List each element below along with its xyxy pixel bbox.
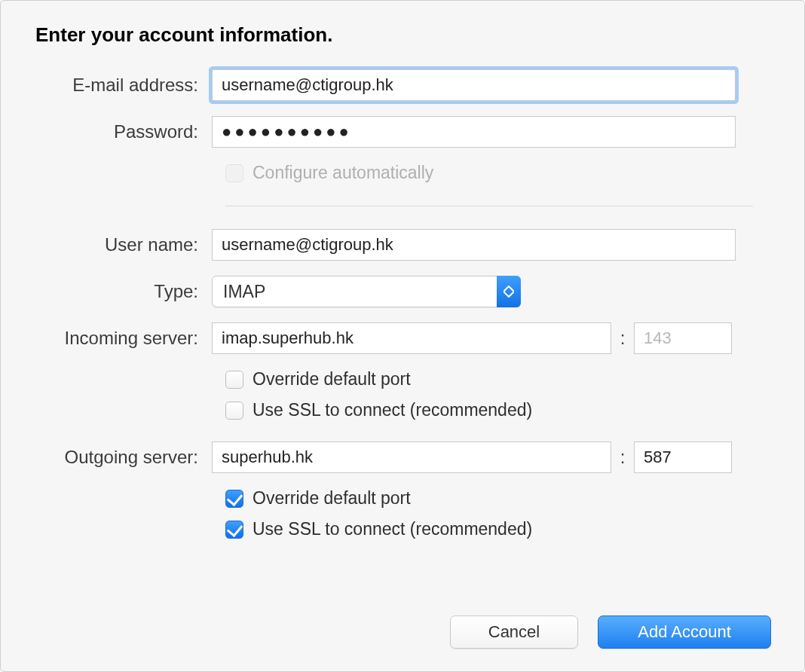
row-incoming-ssl: Use SSL to connect (recommended) bbox=[225, 400, 774, 420]
dialog-title: Enter your account information. bbox=[35, 23, 774, 47]
incoming-override-checkbox[interactable] bbox=[225, 371, 243, 389]
outgoing-server-field[interactable] bbox=[212, 441, 611, 473]
separator bbox=[225, 206, 753, 206]
email-field[interactable] bbox=[212, 69, 736, 101]
outgoing-ssl-checkbox[interactable] bbox=[225, 521, 243, 539]
row-outgoing-ssl: Use SSL to connect (recommended) bbox=[225, 519, 774, 539]
label-incoming: Incoming server: bbox=[31, 328, 212, 349]
row-type: Type: IMAP bbox=[31, 276, 774, 307]
row-email: E-mail address: bbox=[31, 69, 774, 101]
type-select-value: IMAP bbox=[223, 282, 265, 302]
row-incoming-override: Override default port bbox=[225, 369, 774, 389]
incoming-ssl-label: Use SSL to connect (recommended) bbox=[253, 400, 532, 420]
label-username: User name: bbox=[31, 234, 212, 255]
label-outgoing: Outgoing server: bbox=[31, 447, 212, 468]
button-row: Cancel Add Account bbox=[450, 615, 771, 649]
label-password: Password: bbox=[31, 121, 212, 142]
row-password: Password: bbox=[31, 116, 774, 148]
row-outgoing: Outgoing server: : bbox=[31, 441, 774, 473]
chevron-up-down-icon bbox=[497, 276, 521, 307]
account-setup-dialog: Enter your account information. E-mail a… bbox=[0, 0, 805, 672]
label-type: Type: bbox=[31, 281, 212, 302]
password-field[interactable] bbox=[212, 116, 736, 148]
outgoing-override-checkbox[interactable] bbox=[225, 490, 243, 508]
outgoing-ssl-label: Use SSL to connect (recommended) bbox=[253, 519, 532, 539]
incoming-port-field[interactable] bbox=[634, 322, 732, 354]
username-field[interactable] bbox=[212, 229, 736, 261]
row-username: User name: bbox=[31, 229, 774, 261]
outgoing-override-label: Override default port bbox=[253, 488, 411, 509]
cancel-button[interactable]: Cancel bbox=[450, 615, 578, 649]
colon-1: : bbox=[611, 328, 634, 349]
row-outgoing-override: Override default port bbox=[225, 488, 774, 509]
label-email: E-mail address: bbox=[31, 75, 212, 96]
incoming-server-field[interactable] bbox=[212, 322, 611, 354]
add-account-button[interactable]: Add Account bbox=[598, 615, 771, 649]
row-configure-auto: Configure automatically bbox=[225, 163, 774, 183]
type-select[interactable]: IMAP bbox=[212, 276, 521, 307]
outgoing-port-field[interactable] bbox=[634, 441, 732, 473]
incoming-override-label: Override default port bbox=[253, 369, 411, 389]
configure-auto-label: Configure automatically bbox=[253, 163, 433, 183]
configure-auto-checkbox bbox=[225, 164, 243, 182]
colon-2: : bbox=[611, 447, 634, 468]
row-incoming: Incoming server: : bbox=[31, 322, 774, 354]
incoming-ssl-checkbox[interactable] bbox=[225, 402, 243, 420]
